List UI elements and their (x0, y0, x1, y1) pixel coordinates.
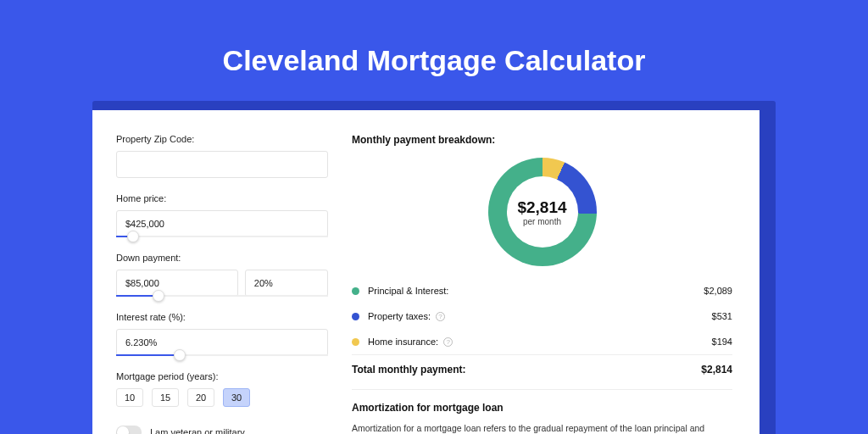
down-payment-field: Down payment: (116, 253, 328, 297)
card-backdrop: Property Zip Code: Home price: Down paym… (92, 101, 776, 434)
down-payment-pct-input[interactable] (245, 270, 328, 297)
legend-value-insurance: $194 (712, 337, 732, 347)
legend-text-insurance: Home insurance: (368, 337, 438, 347)
interest-rate-input[interactable] (116, 329, 328, 356)
page-title: Cleveland Mortgage Calculator (0, 0, 868, 101)
period-option-15[interactable]: 15 (152, 388, 179, 407)
amortization-body: Amortization for a mortgage loan refers … (352, 422, 732, 434)
down-payment-slider-thumb[interactable] (153, 290, 164, 302)
info-icon[interactable]: ? (443, 337, 453, 347)
zip-label: Property Zip Code: (116, 134, 328, 144)
legend-row-principal: Principal & Interest: $2,089 (352, 278, 732, 303)
legend-text-taxes: Property taxes: (368, 311, 431, 321)
down-payment-input[interactable] (116, 270, 238, 297)
interest-rate-slider[interactable] (116, 354, 328, 356)
veteran-toggle-row: I am veteran or military (116, 426, 328, 434)
period-option-20[interactable]: 20 (187, 388, 214, 407)
breakdown-title: Monthly payment breakdown: (352, 134, 732, 146)
legend-value-principal: $2,089 (704, 286, 732, 296)
donut-chart: $2,814 per month (488, 158, 597, 266)
donut-chart-wrap: $2,814 per month (352, 158, 732, 266)
home-price-label: Home price: (116, 193, 328, 203)
interest-rate-field: Interest rate (%): (116, 312, 328, 356)
legend-label-insurance: Home insurance: ? (368, 337, 712, 347)
total-value: $2,814 (701, 364, 732, 376)
donut-center: $2,814 per month (507, 176, 578, 248)
home-price-input[interactable] (116, 210, 328, 237)
mortgage-period-label: Mortgage period (years): (116, 371, 328, 381)
mortgage-period-options: 10 15 20 30 (116, 388, 328, 407)
zip-input[interactable] (116, 151, 328, 178)
amortization-title: Amortization for mortgage loan (352, 402, 732, 414)
legend-value-taxes: $531 (712, 311, 732, 321)
zip-field: Property Zip Code: (116, 134, 328, 178)
amortization-section: Amortization for mortgage loan Amortizat… (352, 389, 732, 434)
legend-label-taxes: Property taxes: ? (368, 311, 712, 321)
interest-rate-label: Interest rate (%): (116, 312, 328, 322)
down-payment-label: Down payment: (116, 253, 328, 263)
legend-label-principal: Principal & Interest: (368, 286, 704, 296)
legend-text-principal: Principal & Interest: (368, 286, 448, 296)
info-icon[interactable]: ? (436, 312, 445, 321)
down-payment-slider[interactable] (116, 295, 328, 297)
period-option-10[interactable]: 10 (116, 388, 143, 407)
period-option-30[interactable]: 30 (223, 388, 250, 407)
calculator-card: Property Zip Code: Home price: Down paym… (92, 110, 760, 434)
home-price-field: Home price: (116, 193, 328, 237)
donut-sub: per month (523, 217, 561, 226)
total-row: Total monthly payment: $2,814 (352, 354, 732, 389)
legend-row-taxes: Property taxes: ? $531 (352, 303, 732, 329)
interest-rate-slider-thumb[interactable] (174, 349, 186, 361)
legend-dot-taxes (352, 313, 359, 320)
home-price-slider[interactable] (116, 236, 328, 237)
total-label: Total monthly payment: (352, 364, 701, 376)
breakdown-column: Monthly payment breakdown: $2,814 per mo… (328, 134, 732, 434)
interest-rate-slider-fill (116, 354, 180, 356)
legend-row-insurance: Home insurance: ? $194 (352, 329, 732, 354)
veteran-toggle-label: I am veteran or military (150, 427, 245, 434)
donut-amount: $2,814 (517, 198, 566, 217)
legend-dot-principal (352, 287, 359, 295)
mortgage-period-field: Mortgage period (years): 10 15 20 30 (116, 371, 328, 407)
form-column: Property Zip Code: Home price: Down paym… (116, 134, 328, 434)
veteran-toggle[interactable] (116, 426, 142, 434)
home-price-slider-thumb[interactable] (127, 231, 139, 242)
legend-dot-insurance (352, 338, 359, 346)
